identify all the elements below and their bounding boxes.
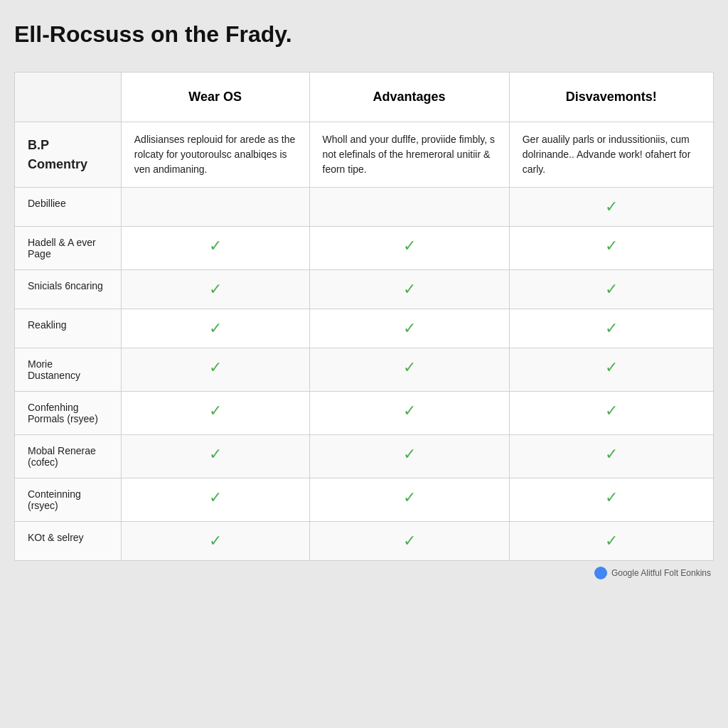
feature-label: Debilliee [15, 188, 122, 227]
table-row: Mobal Renerae (cofec)✓✓✓ [15, 435, 714, 478]
feature-label: Snicials 6ncaring [15, 270, 122, 309]
feature-check-col3: ✓ [309, 270, 509, 309]
feature-check-col2: ✓ [121, 478, 309, 522]
footer: Google Alitful Folt Eonkins [14, 561, 714, 585]
feature-check-col2 [121, 188, 309, 227]
feature-label: Hadell & A ever Page [15, 227, 122, 270]
checkmark-icon: ✓ [523, 280, 700, 299]
header-col4: Disvavemonts! [509, 73, 713, 122]
checkmark-icon: ✓ [134, 445, 296, 464]
header-col3: Advantages [309, 73, 509, 122]
table-row: Morie Dustanency✓✓✓ [15, 348, 714, 392]
table-row: Reakling✓✓✓ [15, 309, 714, 348]
feature-check-col2: ✓ [121, 309, 309, 348]
checkmark-icon: ✓ [134, 532, 296, 550]
table-row: Debilliee✓ [15, 188, 714, 227]
header-col2: Wear OS [121, 73, 309, 122]
checkmark-icon: ✓ [523, 319, 700, 338]
checkmark-icon: ✓ [323, 445, 496, 464]
table-header-row: Wear OS Advantages Disvavemonts! [15, 73, 714, 122]
feature-check-col4: ✓ [509, 478, 713, 522]
checkmark-icon: ✓ [523, 532, 700, 550]
feature-check-col3: ✓ [309, 522, 509, 561]
feature-check-col4: ✓ [509, 522, 713, 561]
checkmark-icon: ✓ [523, 358, 700, 377]
checkmark-icon: ✓ [134, 488, 296, 507]
table-row: Conteinning (rsyec)✓✓✓ [15, 478, 714, 522]
feature-check-col2: ✓ [121, 348, 309, 392]
table-row: KOt & selrey✓✓✓ [15, 522, 714, 561]
feature-check-col3: ✓ [309, 392, 509, 435]
feature-check-col4: ✓ [509, 392, 713, 435]
footer-text: Google Alitful Folt Eonkins [611, 568, 711, 578]
table-row: Snicials 6ncaring✓✓✓ [15, 270, 714, 309]
checkmark-icon: ✓ [323, 532, 496, 550]
feature-label: Mobal Renerae (cofec) [15, 435, 122, 478]
feature-label: Confenhing Pormals (rsyee) [15, 392, 122, 435]
feature-check-col3: ✓ [309, 478, 509, 522]
feature-check-col3: ✓ [309, 227, 509, 270]
feature-label: KOt & selrey [15, 522, 122, 561]
feature-check-col3: ✓ [309, 348, 509, 392]
feature-check-col4: ✓ [509, 188, 713, 227]
checkmark-icon: ✓ [323, 402, 496, 420]
description-label: B.P Comentry [15, 122, 122, 188]
checkmark-icon: ✓ [523, 445, 700, 464]
checkmark-icon: ✓ [134, 358, 296, 377]
checkmark-icon: ✓ [134, 402, 296, 420]
feature-check-col4: ✓ [509, 348, 713, 392]
checkmark-icon: ✓ [323, 280, 496, 299]
checkmark-icon: ✓ [134, 237, 296, 255]
feature-check-col4: ✓ [509, 309, 713, 348]
feature-check-col2: ✓ [121, 270, 309, 309]
description-col2: Adlisianses replouid for arede as the ro… [121, 122, 309, 188]
comparison-table: Wear OS Advantages Disvavemonts! B.P Com… [14, 72, 714, 561]
checkmark-icon: ✓ [523, 198, 700, 216]
feature-label: Conteinning (rsyec) [15, 478, 122, 522]
header-col1 [15, 73, 122, 122]
feature-check-col2: ✓ [121, 227, 309, 270]
feature-check-col2: ✓ [121, 392, 309, 435]
feature-label: Reakling [15, 309, 122, 348]
checkmark-icon: ✓ [523, 237, 700, 255]
checkmark-icon: ✓ [134, 319, 296, 338]
description-col3: Wholl and your duflfe, proviide fimbly, … [309, 122, 509, 188]
feature-check-col4: ✓ [509, 435, 713, 478]
feature-check-col3: ✓ [309, 309, 509, 348]
feature-label: Morie Dustanency [15, 348, 122, 392]
checkmark-icon: ✓ [323, 319, 496, 338]
feature-check-col3: ✓ [309, 435, 509, 478]
feature-check-col4: ✓ [509, 227, 713, 270]
checkmark-icon: ✓ [523, 402, 700, 420]
checkmark-icon: ✓ [323, 237, 496, 255]
checkmark-icon: ✓ [323, 358, 496, 377]
feature-check-col2: ✓ [121, 435, 309, 478]
page-title: Ell-Rocsuss on the Frady. [14, 14, 714, 55]
feature-check-col4: ✓ [509, 270, 713, 309]
checkmark-icon: ✓ [134, 280, 296, 299]
table-row: Hadell & A ever Page✓✓✓ [15, 227, 714, 270]
table-row: Confenhing Pormals (rsyee)✓✓✓ [15, 392, 714, 435]
footer-icon [594, 567, 607, 579]
description-row: B.P Comentry Adlisianses replouid for ar… [15, 122, 714, 188]
description-col4: Ger aualily parls or indussitioniis, cum… [509, 122, 713, 188]
checkmark-icon: ✓ [523, 488, 700, 507]
checkmark-icon: ✓ [323, 488, 496, 507]
feature-check-col3 [309, 188, 509, 227]
feature-check-col2: ✓ [121, 522, 309, 561]
